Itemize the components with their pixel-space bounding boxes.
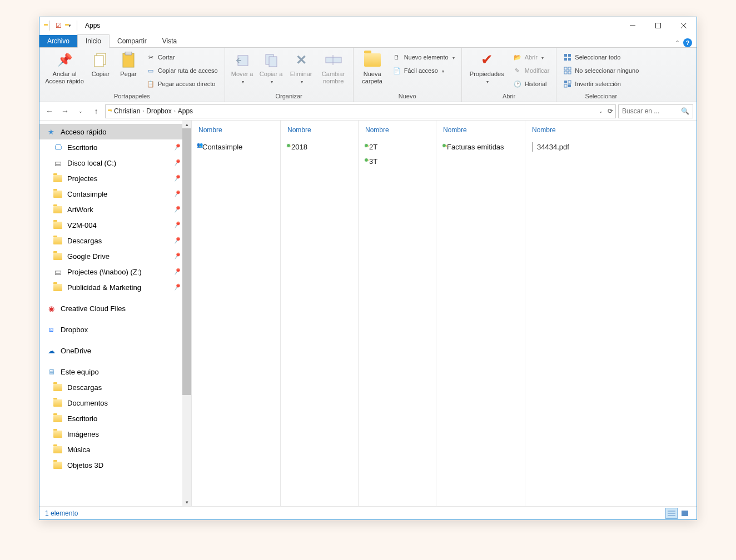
nav-quick-item[interactable]: Descargas📍 [39, 233, 191, 248]
file-item[interactable]: 👥Contasimple [194, 139, 278, 154]
drive-icon: 🖴 [53, 268, 63, 276]
svg-rect-15 [564, 58, 567, 61]
nav-scrollbar[interactable]: ▴ ▾ [182, 121, 191, 506]
nav-quick-item[interactable]: 🖴Projectes (\\naboo) (Z:)📍 [39, 264, 191, 279]
scroll-down-icon[interactable]: ▾ [182, 498, 191, 506]
folder-icon [53, 206, 63, 213]
rename-button[interactable]: Cambiar nombre [319, 50, 349, 84]
paste-shortcut-button[interactable]: 📋Pegar acceso directo [144, 78, 220, 90]
pin-quickaccess-button[interactable]: 📌 Anclar al Acceso rápido [44, 50, 85, 84]
nav-dropbox[interactable]: ⧈ Dropbox [39, 322, 191, 337]
easy-access-button[interactable]: 📄Fácil acceso [390, 64, 457, 77]
invert-selection-button[interactable]: Invertir selección [561, 78, 641, 90]
new-item-button[interactable]: 🗋Nuevo elemento [390, 51, 457, 63]
column-header[interactable]: Nombre [194, 124, 278, 139]
properties-button[interactable]: ✔ Propiedades [466, 50, 508, 84]
nav-quick-item[interactable]: Contasimple📍 [39, 186, 191, 202]
new-folder-button[interactable]: Nueva carpeta [358, 50, 387, 84]
file-item[interactable]: 2T [361, 139, 434, 154]
quick-access-toolbar: ☑ ▾ [44, 21, 79, 31]
move-icon [233, 51, 251, 69]
tab-home[interactable]: Inicio [77, 34, 110, 48]
pc-icon: 🖥 [46, 368, 56, 376]
open-button[interactable]: 📂Abrir [511, 51, 552, 63]
copy-button[interactable]: Copiar [88, 50, 113, 78]
copy-to-icon [262, 51, 280, 69]
nav-quick-item[interactable]: V2M-004📍 [39, 217, 191, 233]
move-to-button[interactable]: Mover a [230, 50, 255, 84]
file-item[interactable]: Facturas emitidas [439, 139, 523, 154]
svg-rect-28 [682, 511, 688, 516]
nav-pc-item[interactable]: Descargas [39, 379, 191, 395]
svg-rect-5 [95, 56, 103, 67]
tab-view[interactable]: Vista [155, 35, 185, 47]
nav-pc-item[interactable]: Imágenes [39, 426, 191, 442]
nav-pc-item[interactable]: Música [39, 442, 191, 457]
file-item[interactable]: 3T [361, 154, 434, 168]
qat-properties-icon[interactable]: ☑ [56, 22, 62, 29]
file-item[interactable]: 34434.pdf [528, 139, 694, 154]
refresh-icon[interactable]: ⟳ [608, 107, 613, 115]
columns-view: Nombre👥ContasimpleNombre2018Nombre2T3TNo… [192, 121, 697, 506]
cut-button[interactable]: ✂Cortar [144, 51, 220, 63]
nav-onedrive[interactable]: ☁ OneDrive [39, 343, 191, 358]
select-all-icon [563, 53, 572, 62]
nav-pc-item[interactable]: Documentos [39, 395, 191, 411]
nav-quick-item[interactable]: Google Drive📍 [39, 248, 191, 264]
folder-icon [53, 253, 63, 260]
search-input[interactable] [622, 107, 679, 115]
edit-button[interactable]: ✎Modificar [511, 64, 552, 77]
nav-this-pc[interactable]: 🖥 Este equipo [39, 364, 191, 379]
address-bar[interactable]: › Christian› Dropbox› Apps ⌄ ⟳ [105, 104, 616, 118]
breadcrumb-segment[interactable]: Dropbox› [146, 107, 175, 115]
select-none-button[interactable]: No seleccionar ninguno [561, 64, 641, 77]
scroll-up-icon[interactable]: ▴ [182, 121, 191, 128]
breadcrumb-segment[interactable]: Christian› [114, 107, 144, 115]
history-button[interactable]: 🕑Historial [511, 78, 552, 90]
file-item[interactable]: 2018 [283, 139, 356, 154]
nav-pc-item[interactable]: Escritorio [39, 411, 191, 426]
pdf-icon [532, 143, 533, 151]
column-header[interactable]: Nombre [528, 124, 694, 139]
path-icon: ▭ [146, 66, 155, 75]
scroll-thumb[interactable] [182, 128, 191, 395]
recent-dropdown[interactable]: ⌄ [74, 104, 87, 118]
address-dropdown-icon[interactable]: ⌄ [599, 108, 603, 114]
svg-rect-7 [125, 52, 132, 55]
nav-quick-item[interactable]: Projectes📍 [39, 171, 191, 186]
back-button[interactable]: ← [43, 104, 56, 118]
nav-creative-cloud[interactable]: ◉ Creative Cloud Files [39, 301, 191, 316]
nav-quick-item[interactable]: 🖴Disco local (C:)📍 [39, 155, 191, 171]
svg-rect-21 [564, 81, 567, 83]
column-header[interactable]: Nombre [361, 124, 434, 139]
nav-quick-item[interactable]: ArtWork📍 [39, 202, 191, 217]
breadcrumb-segment[interactable]: Apps [178, 107, 193, 115]
column: Nombre2018 [281, 121, 359, 506]
column-header[interactable]: Nombre [439, 124, 523, 139]
search-icon[interactable]: 🔍 [681, 107, 689, 115]
forward-button[interactable]: → [58, 104, 72, 118]
help-icon[interactable]: ? [683, 38, 692, 47]
minimize-button[interactable] [620, 17, 645, 34]
close-button[interactable] [671, 17, 697, 34]
delete-button[interactable]: ✕ Eliminar [287, 50, 315, 84]
maximize-button[interactable] [645, 17, 671, 34]
up-button[interactable]: ↑ [89, 104, 103, 118]
ribbon-group-organize: Mover a Copiar a ✕ Eliminar Cambiar nomb… [225, 48, 354, 102]
collapse-ribbon-icon[interactable]: ⌃ [675, 39, 680, 47]
nav-quick-item[interactable]: 🖵Escritorio📍 [39, 139, 191, 155]
nav-pc-item[interactable]: Objetos 3D [39, 457, 191, 473]
tab-share[interactable]: Compartir [110, 35, 155, 47]
tab-file[interactable]: Archivo [39, 35, 77, 47]
paste-button[interactable]: Pegar [116, 50, 141, 78]
copy-path-button[interactable]: ▭Copiar ruta de acceso [144, 64, 220, 77]
star-icon: ★ [46, 128, 56, 136]
copy-to-button[interactable]: Copiar a [258, 50, 284, 84]
nav-quick-access[interactable]: ★ Acceso rápido [39, 124, 191, 139]
details-view-button[interactable] [665, 508, 678, 519]
nav-quick-item[interactable]: Publicidad & Marketing📍 [39, 279, 191, 295]
thumbnail-view-button[interactable] [679, 508, 691, 519]
column-header[interactable]: Nombre [283, 124, 356, 139]
select-all-button[interactable]: Seleccionar todo [561, 51, 641, 63]
search-box[interactable]: 🔍 [618, 104, 693, 118]
